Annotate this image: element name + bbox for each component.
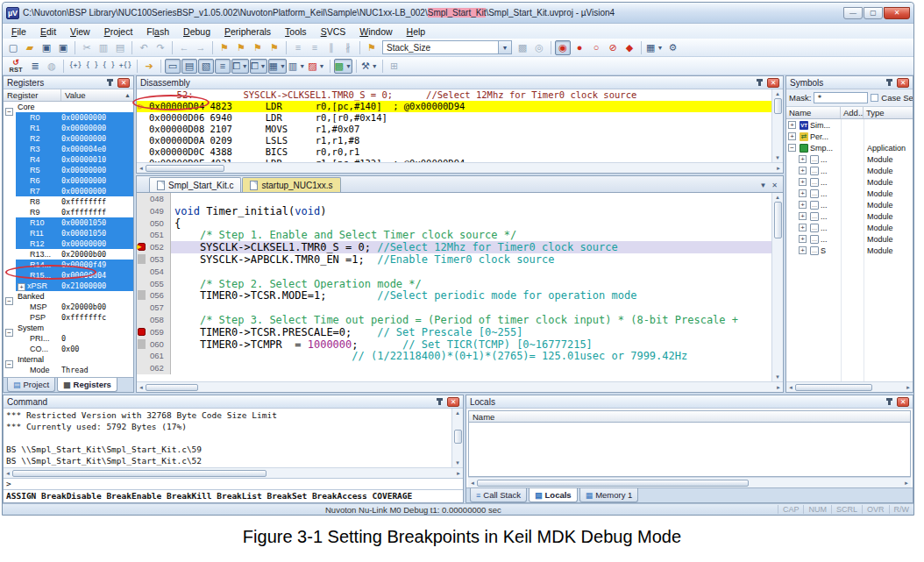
disassembly-line[interactable]: 0x00000D0E 4921 LDR r1,[pc,#132] ; @0x00… — [137, 158, 771, 162]
scrollbar-thumb[interactable] — [146, 165, 224, 172]
gutter-marker[interactable] — [137, 314, 148, 326]
menu-project[interactable]: Project — [97, 25, 140, 38]
bookmark-toggle-icon[interactable]: ⚑ — [217, 40, 232, 55]
disable-all-breakpoints-icon[interactable]: ◆ — [622, 40, 637, 55]
register-row[interactable]: PRI...0 — [4, 333, 133, 344]
paste-icon[interactable]: ▤ — [112, 40, 128, 55]
menu-file[interactable]: File — [4, 25, 33, 38]
editor-line[interactable]: 058 /* Step 3. Select Time out period = … — [137, 314, 771, 326]
maximize-button[interactable]: ▢ — [864, 7, 883, 19]
symbol-row[interactable]: +......Module — [786, 210, 913, 222]
case-sensitive-checkbox[interactable] — [871, 94, 878, 102]
reset-button[interactable]: ↺RST — [5, 59, 26, 74]
editor-vertical-scrollbar[interactable]: ▲ ▼ — [771, 193, 783, 381]
tab-memory-1[interactable]: ▦Memory 1 — [579, 488, 639, 502]
scroll-down-icon[interactable]: ▼ — [775, 373, 780, 381]
register-row[interactable]: R100x00001050 — [4, 217, 133, 228]
toolbox-icon[interactable]: ⚒▼ — [360, 59, 379, 74]
register-row[interactable]: R60x00000000 — [4, 175, 133, 186]
symbol-row[interactable]: +......Module — [786, 199, 913, 210]
disassembly-line[interactable]: ▶0x00000D04 4823 LDR r0,[pc,#140] ; @0x0… — [137, 101, 771, 112]
editor-horizontal-scrollbar[interactable]: ◄ ► — [137, 381, 783, 392]
serial-window-icon[interactable]: ▥▼ — [288, 59, 306, 74]
menu-flash[interactable]: Flash — [139, 25, 176, 38]
editor-line[interactable]: 062 — [137, 362, 771, 374]
find-in-files-icon[interactable]: ⚑ — [364, 40, 380, 55]
scroll-left-icon[interactable]: ◄ — [139, 166, 144, 171]
gutter-marker[interactable] — [137, 193, 148, 205]
locals-horizontal-scrollbar[interactable]: ◄ ► — [468, 477, 911, 487]
scrollbar-thumb[interactable] — [477, 480, 749, 487]
disassembly-source-line[interactable]: 52: SYSCLK->CLKSEL1.TMR0_S = 0; //Select… — [137, 89, 771, 101]
chevron-down-icon[interactable]: ▼ — [280, 63, 286, 69]
expand-icon[interactable]: + — [799, 246, 807, 254]
symbol-row[interactable]: +⇄Per... — [786, 131, 913, 142]
editor-line[interactable]: 057 — [137, 302, 771, 314]
symbol-row[interactable]: +......Module — [786, 222, 913, 233]
indent-left-icon[interactable]: ≡ — [290, 40, 306, 55]
menu-debug[interactable]: Debug — [176, 25, 217, 38]
expand-icon[interactable]: + — [788, 121, 796, 129]
editor-line[interactable]: 059 TIMER0->TCSR.PRESCALE=0; // Set Pres… — [137, 326, 771, 338]
expand-icon[interactable]: + — [788, 132, 796, 140]
indent-right-icon[interactable]: ≡ — [307, 40, 323, 55]
expand-icon[interactable]: + — [799, 224, 807, 231]
stack-window-icon[interactable]: ≡ — [215, 59, 231, 74]
symbol-row[interactable]: +VTSim... — [786, 119, 913, 131]
symbol-row[interactable]: +......Module — [786, 176, 913, 188]
redo-icon[interactable]: ↷ — [153, 40, 168, 55]
scroll-up-icon[interactable]: ▲ — [124, 92, 133, 98]
pin-icon[interactable] — [109, 79, 111, 86]
cut-icon[interactable]: ✂ — [79, 40, 95, 55]
register-row[interactable]: R90xffffffff — [4, 207, 133, 217]
chevron-down-icon[interactable]: ▼ — [260, 63, 267, 69]
register-row[interactable]: R80xffffffff — [4, 196, 133, 207]
kill-breakpoints-icon[interactable]: ⊘ — [605, 40, 621, 55]
disassembly-line[interactable]: 0x00000D0A 0209 LSLS r1,r1,#8 — [137, 135, 771, 146]
editor-line[interactable]: 055 /* Step 2. Select Operation mode */ — [137, 278, 771, 290]
gutter-marker[interactable] — [137, 205, 148, 217]
disassembly-line[interactable]: 0x00000D0C 4388 BICS r0,r0,r1 — [137, 146, 771, 158]
editor-line[interactable]: 048 — [137, 193, 771, 205]
scroll-left-icon[interactable]: ◄ — [5, 471, 11, 476]
expand-icon[interactable]: + — [799, 178, 807, 186]
target-options-icon[interactable]: ▩ — [515, 40, 530, 55]
register-row[interactable]: +xPSR0x21000000 — [4, 281, 133, 291]
close-button[interactable]: ✕ — [884, 7, 910, 19]
register-row[interactable]: R20x00000000 — [4, 133, 133, 144]
gutter-marker[interactable] — [137, 266, 148, 278]
expand-icon[interactable]: − — [5, 108, 13, 116]
register-group-row[interactable]: −Internal — [4, 354, 133, 365]
chevron-down-icon[interactable]: ▼ — [319, 63, 325, 69]
register-row[interactable]: R120x00000000 — [4, 238, 133, 249]
register-row[interactable]: R15...0x00000d04 — [4, 270, 133, 281]
bookmark-clear-icon[interactable]: ⚑ — [267, 40, 282, 55]
registers-window-icon[interactable]: ⧠▼ — [231, 59, 249, 74]
scroll-right-icon[interactable]: ► — [904, 480, 909, 486]
editor-line[interactable]: ▶052 SYSCLK->CLKSEL1.TMR0_S = 0; //Selec… — [137, 241, 771, 253]
register-column-header[interactable]: Register — [4, 89, 61, 101]
symbols-horizontal-scrollbar[interactable]: ◄ ► — [786, 381, 913, 392]
scroll-down-icon[interactable]: ▼ — [775, 153, 780, 162]
register-row[interactable]: R10x00000000 — [4, 123, 133, 133]
tab-startup-nuc1xx-s[interactable]: startup_NUC1xx.s — [242, 177, 340, 192]
register-group-row[interactable]: −Core — [4, 102, 133, 112]
expand-icon[interactable]: + — [799, 167, 807, 174]
tab-smpl-start-kit-c[interactable]: Smpl_Start_Kit.c — [149, 177, 241, 192]
gutter-marker[interactable] — [137, 362, 148, 374]
expand-icon[interactable]: + — [799, 155, 807, 163]
scrollbar-thumb[interactable] — [774, 98, 782, 114]
pin-icon[interactable] — [758, 79, 761, 86]
scroll-up-icon[interactable]: ▲ — [455, 409, 460, 417]
find-icon[interactable]: ◎ — [531, 40, 547, 55]
register-row[interactable]: R70x00000000 — [4, 186, 133, 196]
symbols-window-icon[interactable]: ▧ — [198, 59, 214, 74]
register-row[interactable]: R00x00000000 — [4, 112, 133, 123]
gutter-marker[interactable]: ▶ — [137, 241, 148, 253]
stop-icon[interactable]: ◍ — [44, 59, 60, 74]
insert-breakpoint-icon[interactable]: ● — [572, 40, 587, 55]
value-column-header[interactable]: Value — [61, 89, 124, 101]
uncomment-icon[interactable]: ∦ — [340, 40, 356, 55]
chevron-down-icon[interactable]: ▼ — [498, 41, 511, 53]
disassembly-line[interactable]: 0x00000D06 6940 LDR r0,[r0,#0x14] — [137, 112, 771, 124]
